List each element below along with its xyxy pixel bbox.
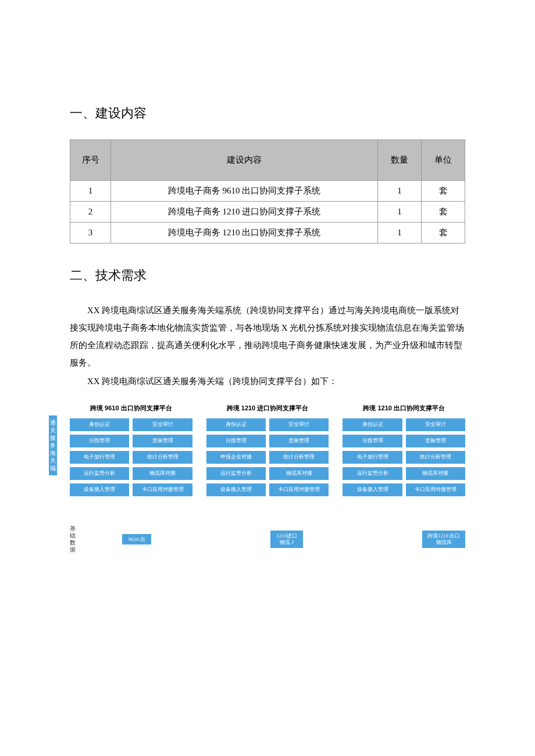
cell-qty: 1	[378, 181, 422, 202]
platform-title: 跨境 1210 进口协同支撑平台	[206, 404, 329, 413]
module-box: 身份认证	[343, 418, 402, 431]
cell-unit: 套	[422, 223, 465, 243]
cell-content: 跨境电子商务 9610 出口协同支撑子系统	[111, 181, 378, 202]
module-box: 运行监管分析	[343, 467, 402, 480]
module-box: 物流库对接	[406, 467, 465, 480]
th-qty: 数量	[378, 140, 422, 181]
platform-title: 跨境 1210 出口协同支撑平台	[343, 404, 465, 413]
platform-9610-export: 跨境 9610 出口协同支撑平台 身份认证 安全审计 分拣管理 查验管理 电子放…	[70, 404, 192, 496]
module-box: 身份认证	[70, 418, 129, 431]
module-box: 物流库对接	[269, 467, 329, 480]
platform-title: 跨境 9610 出口协同支撑平台	[70, 404, 192, 413]
cell-content: 跨境电子商务 1210 进口协同支撑子系统	[111, 202, 378, 223]
cell-qty: 1	[378, 223, 422, 243]
module-box: 统计分析管理	[133, 451, 192, 464]
heading-construction: 一、建设内容	[70, 105, 465, 122]
module-box: 电子放行管理	[343, 451, 402, 464]
module-box: 查验管理	[269, 435, 329, 447]
paragraph-2: XX 跨境电商综试区通关服务海关端（跨境协同支撑平台）如下：	[70, 372, 465, 390]
db-box: 9610 出	[122, 534, 151, 545]
module-box: 设备接入管理	[343, 483, 402, 496]
module-box: 分拣管理	[70, 435, 129, 447]
module-box: 安全审计	[406, 418, 465, 431]
module-box: 电子放行管理	[70, 451, 129, 464]
module-box: 设备接入管理	[206, 483, 266, 496]
module-box: 申报企业对接	[206, 451, 266, 464]
paragraph-1: XX 跨境电商综试区通关服务海关端系统（跨境协同支撑平台）通过与海关跨境电商统一…	[70, 302, 465, 371]
module-box: 运行监管分析	[206, 467, 266, 480]
module-box: 查验管理	[133, 435, 192, 447]
module-box: 安全审计	[269, 418, 329, 431]
module-box: 身份认证	[206, 418, 266, 431]
database-row: 基础数据 9610 出 1210进口物流 J 跨境1210 出口物流库	[70, 525, 465, 553]
module-box: 设备接入管理	[70, 483, 129, 496]
cell-seq: 3	[70, 223, 111, 243]
db-box: 跨境1210 出口物流库	[422, 531, 465, 548]
module-box: 统计分析管理	[269, 451, 329, 464]
module-box: 卡口应用对接管理	[406, 483, 465, 496]
side-label-base-data: 基础数据	[70, 525, 76, 553]
platform-1210-import: 跨境 1210 进口协同支撑平台 身份认证 安全审计 分拣管理 查验管理 申报企…	[206, 404, 329, 496]
architecture-diagram: 通关服务海关端 跨境 9610 出口协同支撑平台 身份认证 安全审计 分拣管理 …	[70, 404, 465, 553]
module-box: 运行监管分析	[70, 467, 129, 480]
table-row: 3 跨境电子商务 1210 出口协同支撑子系统 1 套	[70, 223, 465, 243]
module-box: 安全审计	[133, 418, 192, 431]
th-seq: 序号	[70, 140, 111, 181]
table-row: 2 跨境电子商务 1210 进口协同支撑子系统 1 套	[70, 202, 465, 223]
cell-qty: 1	[378, 202, 422, 223]
th-unit: 单位	[422, 140, 465, 181]
module-box: 物流库对接	[133, 467, 192, 480]
cell-seq: 2	[70, 202, 111, 223]
platform-1210-export: 跨境 1210 出口协同支撑平台 身份认证 安全审计 分拣管理 查验管理 电子放…	[343, 404, 465, 496]
heading-requirements: 二、技术需求	[70, 267, 465, 284]
cell-unit: 套	[422, 181, 465, 202]
construction-table: 序号 建设内容 数量 单位 1 跨境电子商务 9610 出口协同支撑子系统 1 …	[70, 139, 465, 243]
module-box: 卡口应用对接管理	[269, 483, 329, 496]
cell-seq: 1	[70, 181, 111, 202]
table-row: 1 跨境电子商务 9610 出口协同支撑子系统 1 套	[70, 181, 465, 202]
module-box: 卡口应用对接管理	[133, 483, 192, 496]
cell-content: 跨境电子商务 1210 出口协同支撑子系统	[111, 223, 378, 243]
db-box: 1210进口物流 J	[270, 531, 303, 548]
module-box: 统计分析管理	[406, 451, 465, 464]
module-box: 分拣管理	[343, 435, 402, 447]
module-box: 查验管理	[406, 435, 465, 447]
module-box: 分拣管理	[206, 435, 266, 447]
cell-unit: 套	[422, 202, 465, 223]
side-label-customs: 通关服务海关端	[49, 415, 57, 475]
th-content: 建设内容	[111, 140, 378, 181]
